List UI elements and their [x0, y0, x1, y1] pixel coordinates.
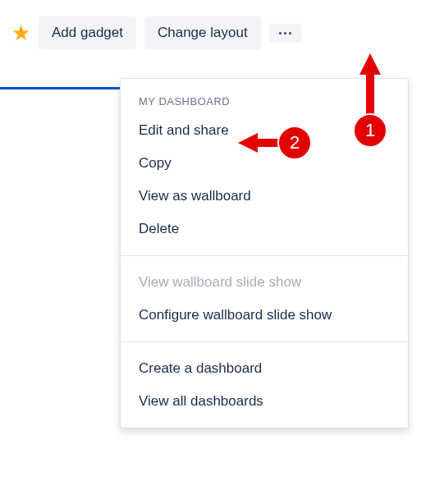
dropdown-section-dashboard: MY DASHBOARD Edit and share Copy View as… — [121, 79, 408, 256]
menu-edit-and-share[interactable]: Edit and share — [121, 114, 408, 147]
more-actions-button[interactable] — [269, 24, 301, 43]
tab-indicator — [0, 87, 121, 89]
menu-configure-wallboard-slideshow[interactable]: Configure wallboard slide show — [121, 299, 408, 332]
dropdown-section-general: Create a dashboard View all dashboards — [121, 342, 408, 428]
toolbar: ★ Add gadget Change layout — [0, 0, 444, 49]
dropdown-section-wallboard: View wallboard slide show Configure wall… — [121, 256, 408, 342]
more-icon — [279, 32, 291, 34]
menu-copy[interactable]: Copy — [121, 147, 408, 180]
star-icon[interactable]: ★ — [11, 22, 30, 44]
menu-view-all-dashboards[interactable]: View all dashboards — [121, 385, 408, 418]
menu-view-as-wallboard[interactable]: View as wallboard — [121, 180, 408, 213]
menu-delete[interactable]: Delete — [121, 213, 408, 245]
add-gadget-button[interactable]: Add gadget — [39, 16, 136, 49]
menu-create-dashboard[interactable]: Create a dashboard — [121, 352, 408, 385]
change-layout-button[interactable]: Change layout — [144, 16, 261, 49]
more-actions-dropdown: MY DASHBOARD Edit and share Copy View as… — [120, 78, 409, 428]
section-header: MY DASHBOARD — [121, 89, 408, 114]
menu-view-wallboard-slideshow: View wallboard slide show — [121, 266, 408, 299]
